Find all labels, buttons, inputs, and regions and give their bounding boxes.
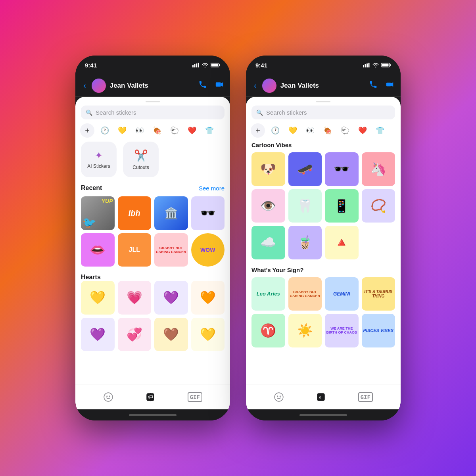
call-icon-right[interactable] (369, 80, 378, 91)
svg-rect-15 (363, 65, 364, 67)
right-phone: 9:41 ‹ Jean Vallets (246, 56, 401, 420)
gif-tab-left[interactable]: GIF (188, 392, 202, 402)
shirt-tab[interactable]: 👕 (202, 123, 217, 138)
emoji-tab-left[interactable] (103, 392, 113, 402)
emoji-tab-icon-right (274, 392, 284, 402)
sticker-ws1[interactable]: Leo Aries (251, 277, 285, 311)
svg-rect-21 (390, 64, 391, 66)
recent-tab[interactable]: 🕐 (98, 123, 112, 138)
battery-icon-right (381, 63, 391, 67)
hearts-tab[interactable]: 💛 (115, 123, 129, 138)
sticker-lbh[interactable]: lbh (118, 196, 152, 230)
back-button-right[interactable]: ‹ (252, 79, 258, 92)
sticker-ws3[interactable]: GEMINI (325, 277, 359, 311)
sticker-ws7[interactable]: WE ARE THE BIRTH OF CHAOS (325, 314, 359, 347)
sticker-cv3[interactable]: 🕶️ (325, 152, 359, 186)
search-icon-right: 🔍 (256, 109, 263, 116)
sticker-ws2[interactable]: CRABBY BUT CARING CANCER (288, 277, 322, 311)
svg-marker-23 (391, 83, 393, 87)
add-sticker-tab-right[interactable]: + (251, 123, 265, 138)
sticker-cv9[interactable]: ☁️ (251, 226, 285, 259)
shirt-tab-right[interactable]: 👕 (373, 123, 387, 138)
sticker-cv10[interactable]: 🧋 (288, 226, 322, 259)
sticker-cv2[interactable]: 🛹 (288, 152, 322, 186)
search-bar-right[interactable]: 🔍 Search stickers (251, 106, 395, 119)
sticker-hearts-4[interactable]: 🧡 (191, 281, 225, 315)
status-time-right: 9:41 (255, 62, 267, 69)
video-icon-right[interactable] (386, 80, 394, 91)
sticker-hearts-5[interactable]: 💜 (81, 318, 115, 351)
sticker-hearts-3[interactable]: 💜 (154, 281, 188, 315)
sticker-tab-left[interactable]: 🏷 (145, 392, 155, 402)
sticker-tab-icon-left: 🏷 (145, 392, 155, 402)
battery-icon-left (211, 63, 221, 67)
emoji-tab-right[interactable] (274, 392, 284, 402)
svg-rect-2 (196, 63, 197, 67)
cutouts-button[interactable]: ✂️ Cutouts (123, 142, 159, 177)
animal-tab[interactable]: 🐑 (167, 123, 182, 138)
recent-header: Recent See more (81, 184, 225, 192)
gif-tab-right[interactable]: GIF (358, 392, 373, 402)
sticker-hearts-1[interactable]: 💛 (81, 281, 115, 315)
sticker-wow[interactable]: WOW (191, 233, 225, 267)
heart-tab[interactable]: ❤️ (185, 123, 199, 138)
nav-bar-right: ‹ Jean Vallets (246, 75, 401, 97)
back-button-left[interactable]: ‹ (82, 79, 88, 92)
sticker-eyes[interactable]: 🕶️ (191, 196, 225, 230)
sticker-cv6[interactable]: 🦷 (288, 189, 322, 223)
animal-tab-right[interactable]: 🐑 (338, 123, 352, 138)
svg-rect-7 (216, 83, 221, 87)
nav-bar-left: ‹ Jean Vallets (75, 75, 230, 97)
nav-actions-right (369, 80, 394, 91)
add-sticker-tab[interactable]: + (80, 123, 94, 138)
search-bar-left[interactable]: 🔍 Search stickers (81, 106, 225, 119)
sticker-cv8[interactable]: 📿 (362, 189, 395, 223)
svg-text:🏷: 🏷 (148, 394, 153, 400)
panel-content-left: ✦ AI Stickers ✂️ Cutouts Recent See more… (75, 140, 230, 384)
sticker-ws4[interactable]: IT'S A TAURUS THING (362, 277, 395, 311)
sticker-blue-blocks[interactable]: 🏛️ (154, 196, 188, 230)
svg-point-26 (280, 395, 281, 397)
status-icons-right (363, 63, 391, 67)
sticker-cv4[interactable]: 🦄 (362, 152, 395, 186)
svg-rect-3 (198, 63, 199, 67)
cartoon-vibes-title: Cartoon Vibes (251, 142, 395, 148)
cutouts-icon: ✂️ (134, 149, 148, 162)
food-tab[interactable]: 🍖 (150, 123, 164, 138)
eyes-tab[interactable]: 👀 (132, 123, 147, 138)
svg-rect-18 (369, 63, 370, 67)
sticker-hearts-7[interactable]: 🤎 (154, 318, 188, 351)
recent-tab-right[interactable]: 🕐 (268, 123, 282, 138)
recent-sticker-grid: 🐦 YUP lbh 🏛️ 🕶️ 👄 (81, 196, 225, 267)
sticker-hearts-6[interactable]: 💞 (118, 318, 152, 351)
video-icon-left[interactable] (215, 80, 224, 91)
hearts-tab-right[interactable]: 💛 (286, 123, 300, 138)
sticker-cv1[interactable]: 🐶 (251, 152, 285, 186)
heart-tab-right[interactable]: ❤️ (355, 123, 370, 138)
sticker-ws5[interactable]: ♈ (251, 314, 285, 347)
sticker-tab-right[interactable]: 🏷 (316, 392, 326, 402)
ai-stickers-button[interactable]: ✦ AI Stickers (81, 142, 117, 177)
sticker-crabby[interactable]: CRABBY BUT CARING CANCER (154, 233, 188, 267)
sticker-yup[interactable]: 🐦 YUP (81, 196, 115, 230)
sticker-ws6[interactable]: ☀️ (288, 314, 322, 347)
see-more-button[interactable]: See more (199, 185, 225, 192)
food-tab-right[interactable]: 🍖 (321, 123, 335, 138)
home-bar-left (129, 414, 177, 416)
sticker-robot-letters[interactable]: JLL (118, 233, 152, 267)
bottom-tabs-right: 🏷 GIF (246, 384, 401, 409)
drag-handle-left (146, 101, 160, 102)
emoji-tab-icon-left (103, 392, 113, 402)
gif-label-right: GIF (358, 392, 373, 402)
call-icon-left[interactable] (198, 80, 207, 91)
sticker-tab-icon-right: 🏷 (316, 392, 326, 402)
sticker-lips[interactable]: 👄 (81, 233, 115, 267)
sticker-hearts-8[interactable]: 💛 (191, 318, 225, 351)
sticker-hearts-2[interactable]: 💗 (118, 281, 152, 315)
avatar-right (262, 79, 276, 93)
sticker-cv5[interactable]: 👁️ (251, 189, 285, 223)
eyes-tab-right[interactable]: 👀 (303, 123, 317, 138)
sticker-cv11[interactable]: 🔺 (325, 226, 359, 259)
sticker-ws8[interactable]: PISCES VIBES (362, 314, 395, 347)
sticker-cv7[interactable]: 📱 (325, 189, 359, 223)
